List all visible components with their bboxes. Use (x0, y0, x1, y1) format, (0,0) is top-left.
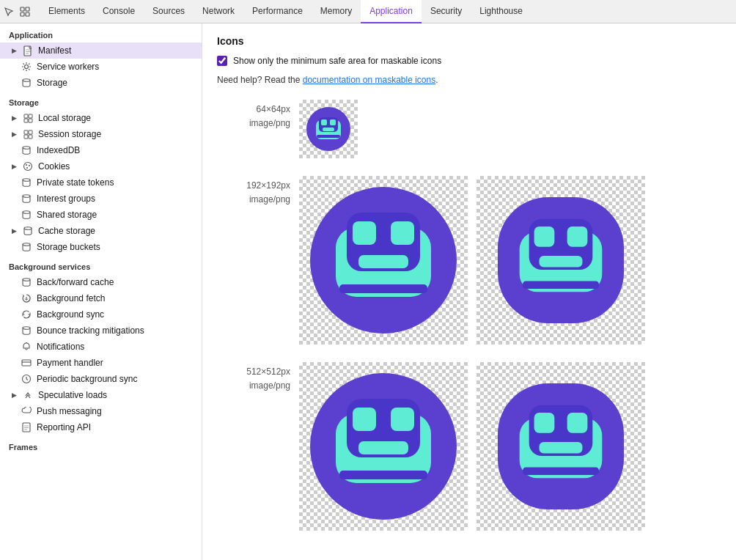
svg-rect-61 (358, 441, 408, 454)
checkbox-label[interactable]: Show only the minimum safe area for mask… (233, 56, 441, 66)
icon-thumb-192-full[interactable] (299, 176, 468, 345)
maskable-checkbox[interactable] (217, 56, 227, 66)
tab-security[interactable]: Security (422, 0, 471, 23)
sidebar-item-label: Cookies (38, 161, 193, 172)
icon-size-label: 64×64px (217, 103, 290, 117)
inspect-icon[interactable] (19, 6, 31, 18)
tab-bar: Elements Console Sources Network Perform… (0, 0, 736, 23)
svg-rect-50 (339, 284, 427, 293)
app-section-title: Application (0, 23, 202, 43)
sidebar-item-interest-groups[interactable]: Interest groups (0, 191, 202, 207)
svg-rect-66 (567, 413, 588, 433)
help-text-suffix: . (435, 75, 438, 85)
cylinder-icon (21, 276, 32, 288)
sidebar-item-push-messaging[interactable]: Push messaging (0, 403, 202, 419)
sidebar-item-storage-buckets[interactable]: Storage buckets (0, 239, 202, 255)
sidebar-item-notifications[interactable]: Notifications (0, 339, 202, 355)
sidebar-item-storage[interactable]: Storage (0, 75, 202, 91)
icon-size-label: 192×192px (217, 179, 290, 193)
sidebar-item-background-sync[interactable]: Background sync (0, 306, 202, 323)
tab-elements[interactable]: Elements (40, 0, 94, 23)
sidebar-item-bounce-tracking[interactable]: Bounce tracking mitigations (0, 323, 202, 339)
sidebar-item-label: Storage (37, 78, 193, 88)
tab-performance[interactable]: Performance (243, 0, 312, 23)
sidebar-item-label: Local storage (38, 113, 193, 123)
sidebar-item-label: Background sync (37, 309, 193, 320)
icon-size-label: 512×512px (217, 365, 290, 379)
storage-section-title: Storage (0, 91, 202, 110)
tab-memory[interactable]: Memory (312, 0, 361, 23)
cylinder-icon (21, 325, 32, 336)
tab-application[interactable]: Application (361, 0, 422, 23)
icon-thumb-64-1[interactable] (299, 100, 358, 158)
svg-rect-42 (330, 119, 336, 125)
sidebar-item-shared-storage[interactable]: Shared storage (0, 207, 202, 223)
sidebar-item-cookies[interactable]: ▶ Cookies (0, 158, 202, 174)
svg-rect-47 (353, 221, 376, 245)
icon-thumb-192-masked[interactable] (476, 176, 645, 345)
sidebar-item-cache-storage[interactable]: ▶ Cache storage (0, 223, 202, 239)
sidebar-item-speculative-loads[interactable]: ▶ Speculative loads (0, 387, 202, 403)
svg-rect-15 (29, 130, 32, 134)
svg-rect-11 (29, 114, 32, 118)
svg-rect-12 (24, 119, 28, 122)
icon-thumb-512-masked[interactable] (476, 362, 645, 531)
tab-lighthouse[interactable]: Lighthouse (471, 0, 531, 23)
svg-rect-17 (29, 135, 32, 139)
sidebar-item-label: Speculative loads (38, 390, 193, 400)
icon-row-64: 64×64px image/png (217, 100, 721, 158)
sidebar-item-periodic-bg-sync[interactable]: Periodic background sync (0, 371, 202, 387)
svg-point-8 (25, 65, 29, 69)
bell-icon (21, 341, 32, 353)
card-icon (21, 357, 32, 369)
svg-rect-3 (26, 12, 29, 16)
arrow-icon: ▶ (12, 391, 22, 399)
icon-thumb-512-full[interactable] (299, 362, 468, 531)
tab-console[interactable]: Console (94, 0, 144, 23)
sidebar-item-session-storage[interactable]: ▶ Session storage (0, 126, 202, 142)
sidebar-item-reporting-api[interactable]: Reporting API (0, 419, 202, 435)
sidebar-item-label: Background fetch (37, 293, 193, 303)
sidebar-item-local-storage[interactable]: ▶ Local storage (0, 110, 202, 126)
svg-rect-49 (358, 255, 408, 268)
cylinder-icon (21, 209, 32, 221)
maskable-checkbox-row: Show only the minimum safe area for mask… (217, 56, 721, 66)
cylinder-icon (21, 193, 32, 205)
sidebar-item-label: Payment handler (37, 358, 193, 368)
sidebar-item-label: Interest groups (37, 194, 193, 204)
grid-icon (22, 112, 34, 124)
svg-point-30 (23, 327, 30, 330)
svg-rect-10 (24, 114, 28, 118)
sidebar-item-payment-handler[interactable]: Payment handler (0, 355, 202, 371)
sidebar-item-label: Storage buckets (37, 242, 193, 252)
svg-point-19 (24, 163, 32, 171)
cursor-icon[interactable] (3, 6, 15, 18)
sidebar-item-background-fetch[interactable]: Background fetch (0, 290, 202, 306)
gear-icon (21, 61, 32, 73)
sidebar-item-indexeddb[interactable]: IndexedDB (0, 142, 202, 158)
help-link[interactable]: documentation on maskable icons (303, 75, 435, 85)
sidebar-item-manifest[interactable]: ▶ Manifest (0, 43, 202, 59)
icon-meta-512: 512×512px image/png (217, 362, 290, 393)
icon-row-512: 512×512px image/png (217, 362, 721, 531)
cookie-icon (22, 161, 34, 172)
svg-rect-54 (567, 226, 588, 247)
bg-section-title: Background services (0, 255, 202, 274)
sidebar-item-private-state-tokens[interactable]: Private state tokens (0, 174, 202, 191)
sidebar-item-service-workers[interactable]: Service workers (0, 59, 202, 75)
svg-point-27 (23, 243, 30, 246)
sidebar-item-back-forward-cache[interactable]: Back/forward cache (0, 274, 202, 290)
tab-sources[interactable]: Sources (144, 0, 194, 23)
svg-point-28 (23, 279, 30, 281)
svg-rect-55 (540, 256, 583, 268)
page-title: Icons (217, 35, 721, 47)
sidebar-item-label: Shared storage (37, 210, 193, 220)
svg-point-9 (23, 79, 30, 82)
svg-point-21 (29, 165, 30, 166)
svg-rect-43 (323, 128, 334, 131)
tab-network[interactable]: Network (194, 0, 243, 23)
cylinder-icon (21, 177, 32, 188)
icon-meta-64: 64×64px image/png (217, 100, 290, 130)
arrow-icon: ▶ (12, 130, 22, 138)
sidebar: Application ▶ Manifest S (0, 23, 202, 560)
